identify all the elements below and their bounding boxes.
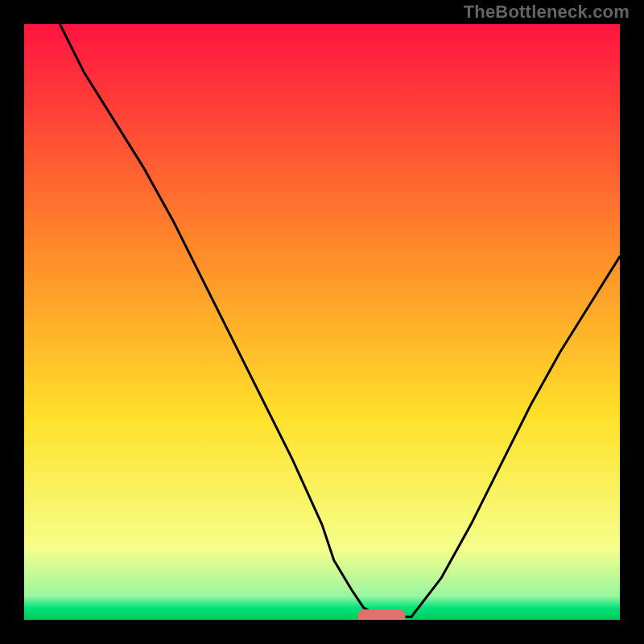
optimal-marker — [357, 609, 405, 620]
chart-svg — [24, 24, 620, 620]
chart-plot-area — [24, 24, 620, 620]
chart-frame: TheBottleneck.com — [0, 0, 644, 644]
gradient-background — [24, 24, 620, 620]
watermark-text: TheBottleneck.com — [464, 2, 630, 23]
